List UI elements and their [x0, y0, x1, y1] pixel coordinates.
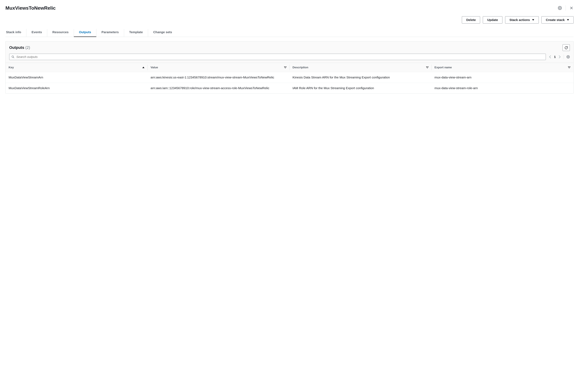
svg-point-0: [559, 7, 561, 8]
tab-resources[interactable]: Resources: [47, 29, 74, 37]
column-header-description[interactable]: Description: [290, 63, 432, 72]
tab-bar: Stack infoEventsResourcesOutputsParamete…: [5, 29, 574, 37]
search-icon: [11, 55, 14, 58]
svg-marker-10: [426, 67, 428, 68]
chevron-left-icon[interactable]: [549, 55, 551, 59]
create-stack-button[interactable]: Create stack: [541, 16, 574, 23]
svg-marker-9: [284, 67, 286, 68]
outputs-panel: Outputs (2) 1: [5, 41, 574, 93]
cell-description: Kinesis Data Stream ARN for the Mux Stre…: [290, 72, 432, 83]
cell-description: IAM Role ARN for the Mux Streaming Expor…: [290, 83, 432, 93]
panel-count: (2): [25, 45, 30, 50]
create-stack-label: Create stack: [546, 18, 565, 22]
sort-icon: [284, 67, 287, 68]
tab-change-sets[interactable]: Change sets: [148, 29, 177, 37]
search-input-wrapper[interactable]: [9, 54, 546, 60]
cell-value: arn:aws:iam::12345678910:role/mux-view-s…: [147, 83, 290, 93]
update-button[interactable]: Update: [483, 16, 502, 23]
refresh-icon: [565, 46, 568, 49]
close-icon[interactable]: [569, 6, 574, 10]
cell-export-name: mux-data-view-stream-arn: [432, 72, 574, 83]
panel-title: Outputs: [9, 45, 24, 50]
outputs-table: Key Value: [5, 63, 574, 93]
svg-marker-4: [567, 19, 569, 21]
action-bar: Delete Update Stack actions Create stack: [5, 16, 574, 23]
svg-marker-11: [568, 67, 570, 68]
cell-export-name: mux-data-view-stream-role-arn: [432, 83, 574, 93]
stack-actions-label: Stack actions: [509, 18, 530, 22]
column-header-export-name[interactable]: Export name: [432, 63, 574, 72]
page-number: 1: [554, 55, 556, 59]
caret-down-icon: [532, 19, 534, 21]
svg-point-7: [568, 56, 569, 57]
delete-button[interactable]: Delete: [462, 16, 480, 23]
pagination: 1: [549, 55, 570, 59]
svg-marker-3: [532, 19, 534, 21]
stack-actions-button[interactable]: Stack actions: [505, 16, 539, 23]
refresh-button[interactable]: [563, 44, 570, 51]
sort-asc-icon: [142, 67, 145, 68]
tab-outputs[interactable]: Outputs: [74, 29, 96, 37]
pager-divider: [564, 55, 564, 59]
tab-events[interactable]: Events: [26, 29, 47, 37]
column-header-value[interactable]: Value: [147, 63, 290, 72]
table-row: MuxDataViewStreamRoleArnarn:aws:iam::123…: [5, 83, 574, 93]
search-input[interactable]: [16, 55, 544, 59]
table-settings-icon[interactable]: [567, 55, 570, 59]
tab-parameters[interactable]: Parameters: [96, 29, 124, 37]
chevron-right-icon[interactable]: [559, 55, 561, 59]
sort-icon: [426, 67, 429, 68]
cell-key: MuxDataViewStreamArn: [5, 72, 147, 83]
tab-stack-info[interactable]: Stack info: [5, 29, 26, 37]
cell-key: MuxDataViewStreamRoleArn: [5, 83, 147, 93]
tab-template[interactable]: Template: [124, 29, 148, 37]
caret-down-icon: [567, 19, 569, 21]
header-divider: [566, 5, 566, 11]
cell-value: arn:aws:kinesis:us-east-1:12345678910:st…: [147, 72, 290, 83]
table-row: MuxDataViewStreamArnarn:aws:kinesis:us-e…: [5, 72, 574, 83]
svg-line-6: [13, 57, 14, 58]
gear-icon[interactable]: [558, 6, 562, 10]
page-title: MuxViewsToNewRelic: [5, 4, 56, 11]
column-header-key[interactable]: Key: [5, 63, 147, 72]
sort-icon: [568, 67, 571, 68]
svg-marker-8: [142, 67, 145, 68]
